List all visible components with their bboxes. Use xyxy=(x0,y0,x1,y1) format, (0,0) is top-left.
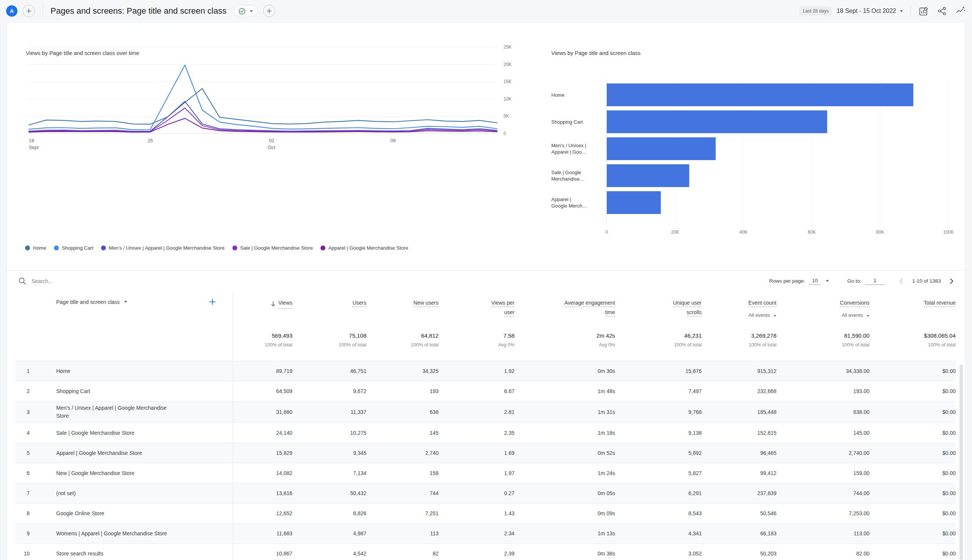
totals-sublabel: 100% of total xyxy=(870,342,956,348)
bar-chart-title: Views by Page title and screen class xyxy=(551,50,641,56)
goto-page-input[interactable] xyxy=(865,277,885,285)
share-button[interactable] xyxy=(937,6,947,16)
column-divider xyxy=(233,292,233,560)
row-dimension-value: Men's / Unisex | Apparel | Google Mercha… xyxy=(41,402,233,423)
row-metric-value: 6,291 xyxy=(615,490,701,496)
table-row[interactable]: 7(not set)13,81650,4327440.270m 05s6,291… xyxy=(15,483,956,503)
column-header-views-per-user[interactable]: Views peruser xyxy=(439,298,514,317)
table-body: 1Home89,71946,75134,3251.920m 30s15,8769… xyxy=(7,361,965,560)
svg-text:Oct: Oct xyxy=(268,145,276,150)
totals-cell: 7.58Avg 0% xyxy=(439,332,514,348)
legend-dot-icon xyxy=(25,245,30,250)
row-metric-value: 0m 09s xyxy=(514,510,615,517)
row-metric-value: 2,740 xyxy=(366,450,439,456)
table-row[interactable]: 1Home89,71946,75134,3251.920m 30s15,8769… xyxy=(15,361,956,381)
column-header-line: Event count xyxy=(701,298,777,308)
legend-item[interactable]: Apparel | Google Merchandise Store xyxy=(321,245,408,251)
table-scrollbar[interactable] xyxy=(959,364,963,560)
legend-item[interactable]: Shopping Cart xyxy=(54,245,94,251)
svg-text:100K: 100K xyxy=(943,230,954,235)
report-status-pill[interactable] xyxy=(234,5,258,17)
legend-item[interactable]: Men's / Unisex | Apparel | Google Mercha… xyxy=(101,245,225,251)
row-metric-value: 152,615 xyxy=(701,430,777,436)
legend-label: Home xyxy=(33,245,46,251)
edit-chart-button[interactable] xyxy=(919,6,929,16)
avatar[interactable]: A xyxy=(6,5,17,17)
row-dimension-value: Womens | Apparel | Google Merchandise St… xyxy=(41,527,233,540)
line-chart[interactable]: 05K10K15K20K25K18Sept2502Oct09 xyxy=(24,42,522,153)
column-filter[interactable]: All events xyxy=(777,310,870,320)
totals-sublabel: 100% of total xyxy=(615,342,701,348)
column-header-event-count[interactable]: Event countAll events xyxy=(701,298,777,320)
row-metric-value: 5,827 xyxy=(615,470,701,476)
totals-value: $308,065.04 xyxy=(870,332,956,339)
totals-value: 7.58 xyxy=(439,332,514,339)
insights-icon xyxy=(955,6,966,16)
rows-per-page-select[interactable]: 10 xyxy=(809,277,820,285)
row-metric-value: $0.00 xyxy=(870,490,956,496)
table-row[interactable]: 6New | Google Merchandise Store14,0827,1… xyxy=(15,463,956,483)
row-metric-value: 0m 05s xyxy=(514,490,615,496)
row-metric-value: 7,497 xyxy=(615,388,701,394)
report-title[interactable]: Pages and screens: Page title and screen… xyxy=(50,6,227,16)
svg-text:60K: 60K xyxy=(808,230,815,235)
table-row[interactable]: 5Apparel | Google Merchandise Store15,82… xyxy=(15,443,956,463)
column-header-new-users[interactable]: New users xyxy=(366,298,439,308)
svg-text:02: 02 xyxy=(269,138,274,143)
legend-item[interactable]: Home xyxy=(25,245,46,251)
row-number: 1 xyxy=(15,368,41,374)
chevron-down-icon[interactable] xyxy=(124,301,127,303)
data-table: Search... Rows per page: 10 Go to: 1-10 … xyxy=(7,270,965,560)
add-report-button[interactable] xyxy=(263,5,275,17)
insights-button[interactable] xyxy=(955,6,966,16)
dimension-header[interactable]: Page title and screen class xyxy=(56,299,120,305)
column-header-unique-user-scrolls[interactable]: Unique userscrolls xyxy=(615,298,701,317)
previous-page-button[interactable] xyxy=(898,277,905,285)
search-input[interactable]: Search... xyxy=(18,277,132,285)
row-metric-value: 7,253.00 xyxy=(777,510,870,517)
row-metric-value: 9,768 xyxy=(615,409,701,415)
row-metric-value: 2,740.00 xyxy=(777,450,870,456)
totals-cell: 3,269,278100% of total xyxy=(701,332,777,348)
chevron-down-icon[interactable] xyxy=(900,10,903,12)
bar-chart[interactable]: 020K40K60K80K100K xyxy=(604,77,964,240)
row-metric-value: 34,338.00 xyxy=(777,368,870,374)
table-row[interactable]: 3Men's / Unisex | Apparel | Google Merch… xyxy=(15,401,956,423)
table-row[interactable]: 8Google Online Store12,6528,8267,2511.43… xyxy=(15,503,956,523)
column-header-total-revenue[interactable]: Total revenue xyxy=(870,298,956,308)
table-row[interactable]: 10Store search results10,8674,542822.390… xyxy=(15,543,956,560)
row-metric-value: $0.00 xyxy=(870,550,956,557)
next-page-button[interactable] xyxy=(948,277,955,285)
column-header-line: Unique user xyxy=(615,298,701,308)
plus-icon xyxy=(26,8,32,14)
table-row[interactable]: 4Sale | Google Merchandise Store24,14010… xyxy=(15,423,956,443)
legend-item[interactable]: Sale | Google Merchandise Store xyxy=(232,245,313,251)
table-totals-row: 569,493100% of total75,108100% of total6… xyxy=(15,326,956,361)
search-placeholder: Search... xyxy=(32,278,53,284)
edit-chart-icon xyxy=(919,6,929,16)
column-header-average-engagement-time[interactable]: Average engagementtime xyxy=(514,298,615,317)
table-row[interactable]: 9Womens | Apparel | Google Merchandise S… xyxy=(15,523,956,543)
row-metric-value: 744 xyxy=(366,490,439,496)
add-dimension-button[interactable] xyxy=(209,298,216,305)
row-metric-value: 1m 13s xyxy=(514,530,615,537)
row-metric-value: 24,140 xyxy=(233,430,292,436)
row-metric-value: 158 xyxy=(366,470,439,476)
row-metric-value: 1m 31s xyxy=(514,409,615,415)
table-row[interactable]: 2Shopping Cart64,5099,6721936.671m 48s7,… xyxy=(15,381,956,401)
column-filter[interactable]: All events xyxy=(701,310,777,320)
chevron-down-icon[interactable] xyxy=(826,280,829,282)
row-metric-value: 4,341 xyxy=(615,530,701,537)
column-header-views[interactable]: Views xyxy=(233,298,292,309)
column-header-users[interactable]: Users xyxy=(292,298,366,308)
svg-text:40K: 40K xyxy=(739,230,747,235)
chevron-left-icon xyxy=(898,277,905,285)
add-tab-button[interactable] xyxy=(23,5,35,17)
column-header-conversions[interactable]: ConversionsAll events xyxy=(777,298,870,320)
row-metric-value: 1.97 xyxy=(439,470,514,476)
row-metric-value: 1.92 xyxy=(439,368,514,374)
row-metric-value: 50,432 xyxy=(292,490,366,496)
totals-cell: 81,590.00100% of total xyxy=(777,332,870,348)
check-circle-icon xyxy=(239,8,246,15)
date-range-selector[interactable]: 18 Sept - 15 Oct 2022 xyxy=(837,8,896,14)
